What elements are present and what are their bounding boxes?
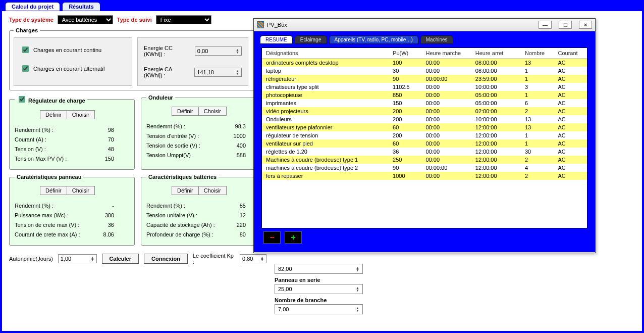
onduleur-choisir-button[interactable]: Choisir [198,107,227,116]
charges-cc-line[interactable]: Charges en courant continu [20,45,126,55]
dialog-titlebar[interactable]: PV_Box — ☐ ✕ [254,19,595,31]
panneau-serie-input[interactable]: 25,00 ▲▼ [275,284,363,294]
close-button[interactable]: ✕ [579,21,592,29]
regulateur-checkbox[interactable] [19,96,25,103]
panneau-definir-button[interactable]: Définir [40,186,67,195]
maximize-button[interactable]: ☐ [559,21,572,29]
spinner-icon[interactable]: ▲▼ [356,266,359,271]
table-row[interactable]: photocopieuse85000:0005:00:001AC [262,91,587,99]
type-systeme-select[interactable]: Avec battéries [58,15,113,24]
table-row[interactable]: ventilateurs type plafonnier6000:0012:00… [262,123,587,131]
autonomie-input[interactable]: 1,00 ▲▼ [58,254,97,263]
table-header[interactable]: Courant [554,48,587,59]
regulateur-definir-button[interactable]: Définir [40,110,67,119]
charges-legend: Charges [14,27,40,33]
onduleur-definir-button[interactable]: Définir [172,107,198,116]
tab-appareils[interactable]: Appareils (TV, radio, PC, mobile…) [329,35,418,44]
spinner-icon[interactable]: ▲▼ [260,256,264,261]
table-cell: 6 [521,99,554,107]
table-row[interactable]: Machines à coudre (brodeuse) type 125000… [262,156,587,164]
type-suivi-select[interactable]: Fixe [156,15,211,24]
kv-key: Courant (A) : [15,136,46,142]
tab-resume[interactable]: RESUME [260,35,293,44]
tab-machines[interactable]: Machines [420,35,453,44]
table-row[interactable]: Onduleurs20000:0010:00:0013AC [262,115,587,123]
kv-key: Courant de crete max (A) : [15,231,80,237]
table-header[interactable]: Heure marche [422,48,471,59]
kv-value: 85 [240,203,246,209]
regulateur-choisir-button[interactable]: Choisir [67,110,95,119]
connexion-button[interactable]: Connexion [144,254,188,264]
table-cell: 00:00 [422,172,471,180]
table-cell: AC [554,131,587,139]
table-row[interactable]: climatiseurs type split1102.500:0010:00:… [262,83,587,91]
coeff-label: Le coefficient Kp : [193,253,235,265]
energie-cc-input[interactable]: 0,00 ▲▼ [195,46,242,56]
table-row[interactable]: régulateur de tension20000:0012:00:001AC [262,131,587,139]
table-cell: AC [554,91,587,99]
add-row-button[interactable]: + [285,231,302,244]
charges-ca-line[interactable]: Charges en courant alternatif [20,64,126,73]
nombre-branche-input[interactable]: 7,00 ▲▼ [275,304,363,314]
table-row[interactable]: imprimantes15000:0005:00:006AC [262,99,587,107]
table-row[interactable]: ventilateur sur pied6000:0012:00:001AC [262,139,587,148]
spinner-icon[interactable]: ▲▼ [356,307,359,312]
spinner-icon[interactable]: ▲▼ [236,70,239,75]
coeff-input[interactable]: 0,80 ▲▼ [240,254,266,263]
table-row[interactable]: machines à coudre (brodeuse) type 29000:… [262,164,587,172]
table-cell: AC [554,148,587,156]
batteries-choisir-button[interactable]: Choisir [198,186,227,195]
batteries-fieldset: Caractéristiques battéries Définir Chois… [141,174,266,246]
remove-row-button[interactable]: − [263,231,281,244]
table-cell: 00:00 [422,91,471,99]
dialog-title: PV_Box [267,22,287,28]
type-systeme-label: Type de système [9,17,53,23]
kv-key: Rendemnt (%) : [146,123,185,129]
table-cell: climatiseurs type split [262,83,389,91]
panneau-fieldset: Caratéristiques panneau Définir Choisir … [9,174,135,246]
table-header[interactable]: Nombre [521,48,554,59]
table-cell: réfrigérateur [262,75,389,83]
table-header[interactable]: Pu(W) [389,48,421,59]
table-cell: 12:00:00 [471,131,521,139]
calc-value-1-input[interactable]: 82,00 ▲▼ [275,264,363,274]
table-row[interactable]: vidéo projecteurs20000:0002:00:002AC [262,107,587,115]
kv-row: Courant (A) :70 [15,136,129,142]
table-row[interactable]: réfrigérateur9000:00:0023:59:001AC [262,75,587,83]
table-row[interactable]: fers à repasser100000:0012:00:002AC [262,172,587,180]
spinner-icon[interactable]: ▲▼ [356,287,359,292]
tab-calcul-projet[interactable]: Calcul du projet [5,2,60,11]
charges-cc-checkbox[interactable] [22,46,29,53]
table-row[interactable]: réglettes de 1.203600:0012:00:0030AC [262,148,587,156]
kv-row: Rendemnt (%) :85 [146,203,261,209]
bottom-controls: Autonomie(Jours) 1,00 ▲▼ Calculer Connex… [9,253,266,265]
table-cell: 10:00:00 [471,83,521,91]
kv-value: 1000 [234,133,246,139]
table-header[interactable]: Heure arret [471,48,521,59]
table-cell: 00:00 [422,156,471,164]
table-cell: 00:00 [422,59,471,67]
kv-key: Rendemnt (%) : [15,127,53,133]
charges-ca-checkbox[interactable] [22,65,29,72]
calculer-button[interactable]: Calculer [102,254,139,264]
table-cell: AC [554,156,587,164]
devices-table-wrap[interactable]: DésignationsPu(W)Heure marcheHeure arret… [261,47,587,228]
spinner-icon[interactable]: ▲▼ [91,256,94,261]
panneau-choisir-button[interactable]: Choisir [67,186,95,195]
table-cell: 00:00 [422,148,471,156]
tab-eclairage[interactable]: Eclairage [295,35,327,44]
spinner-icon[interactable]: ▲▼ [236,49,239,54]
table-header[interactable]: Désignations [262,48,389,59]
dialog-tabs: RESUME Eclairage Appareils (TV, radio, P… [258,35,591,44]
kv-key: Rendemnt (%) : [15,203,53,209]
table-cell: 2 [521,107,554,115]
table-cell: fers à repasser [262,172,389,180]
energie-ca-label: Energie CA (KWh/j) : [144,66,191,78]
table-cell: 02:00:00 [471,107,521,115]
energie-ca-input[interactable]: 141,18 ▲▼ [194,68,242,77]
minimize-button[interactable]: — [539,21,552,29]
table-row[interactable]: ordinateurs compléts desktop10000:0008:0… [262,59,587,67]
table-row[interactable]: laptop3000:0008:00:001AC [262,67,587,75]
tab-resultats[interactable]: Résultats [62,2,100,11]
batteries-definir-button[interactable]: Définir [172,186,198,195]
